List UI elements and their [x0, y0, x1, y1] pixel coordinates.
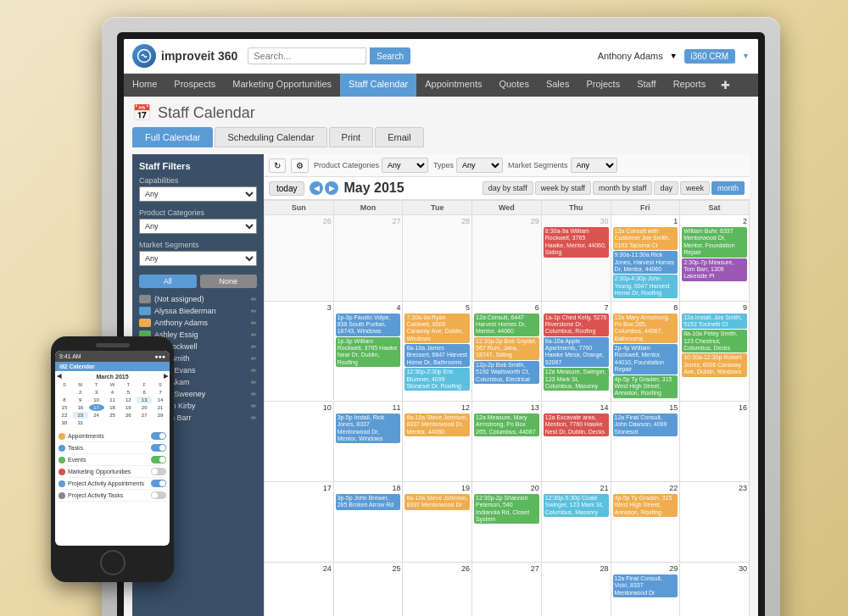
cal-day-23[interactable]: 23 — [680, 481, 750, 562]
cal-event[interactable]: 6a-10a James Bressert, 6847 Harvest Home… — [404, 344, 470, 367]
cal-event[interactable]: 3p-5p John Brewer, 285 Broken Arrow Rd — [336, 494, 401, 510]
nav-marketing[interactable]: Marketing Opportunities — [224, 74, 340, 97]
toggle-switch-tasks[interactable] — [151, 444, 166, 452]
cal-event[interactable]: 12a Final Consult, Vicki, 8337 Mentorwoo… — [613, 574, 678, 597]
staff-edit-icon-anthony[interactable]: ✏ — [251, 319, 257, 327]
cal-event[interactable]: 12a Final Consult, John Dawson, 4099 Sto… — [613, 413, 678, 436]
cal-day-apr30[interactable]: 30 8:30a-9a William Rockwell, 3765 Hawke… — [541, 215, 611, 302]
cal-event[interactable]: 12a Measure, Mary Armstrong, Po Box 265,… — [474, 413, 539, 436]
view-day-by-staff[interactable]: day by staff — [483, 181, 533, 195]
tab-print[interactable]: Print — [329, 127, 374, 147]
calendar-settings-icon[interactable]: ⚙ — [291, 158, 309, 173]
cal-day-apr26[interactable]: 26 — [265, 215, 334, 302]
cal-event[interactable]: 12a Install, Joe Smith, 5152 Tocinetti C… — [682, 314, 747, 330]
cal-day-8[interactable]: 8 12a Mary Armstrong, Po Box 265, Columb… — [611, 301, 680, 401]
cal-event[interactable]: 6a-10a Steve Johnson, 8337 Mentorwood Dr — [404, 494, 470, 510]
cal-day-27[interactable]: 27 — [472, 562, 542, 616]
next-arrow[interactable]: ▶ — [325, 181, 338, 195]
toggle-switch-appointments[interactable] — [151, 432, 166, 440]
staff-edit-icon-dustin[interactable]: ✏ — [251, 402, 257, 410]
market-segments-select[interactable]: Any — [139, 251, 257, 266]
cal-event[interactable]: 12a Mary Armstrong, Po Box 265, Columbus… — [613, 314, 678, 344]
view-month[interactable]: month — [711, 181, 745, 195]
tab-full-calendar[interactable]: Full Calendar — [132, 127, 213, 147]
nav-home[interactable]: Home — [124, 74, 165, 97]
cal-day-5[interactable]: 5 7:30a-9a Ryan Caldwell, 6006 Caraway A… — [403, 301, 472, 401]
cal-day-10[interactable]: 10 — [265, 401, 334, 481]
toggle-switch-project-tasks[interactable] — [151, 491, 166, 499]
cal-day-4[interactable]: 4 1p-3p Fausto Volpe, 838 South Puritan,… — [333, 301, 403, 401]
calendar-refresh-icon[interactable]: ↻ — [269, 158, 286, 173]
cal-event[interactable]: 8a-10a Apple Apartments, 7760 Hawke Mesa… — [544, 337, 609, 368]
cal-event[interactable]: 2p-4p William Rockwell, Mentor, 44010, F… — [613, 344, 678, 375]
nav-reports[interactable]: Reports — [665, 74, 715, 97]
cal-day-apr27[interactable]: 27 — [333, 215, 403, 302]
cal-event[interactable]: 4p-5p Ty Graden, 315 West High Street, A… — [613, 494, 678, 517]
nav-appointments[interactable]: Appointments — [416, 74, 490, 97]
staff-edit-icon-duffy[interactable]: ✏ — [251, 391, 257, 398]
cal-event[interactable]: 8:30a-9a William Rockwell, 3765 Hawke, M… — [544, 227, 609, 258]
cal-event[interactable]: 12p-2p Bob Smith, 5192 Wadsworth Ct, Col… — [474, 361, 539, 384]
mini-cal-next[interactable]: ▶ — [164, 373, 168, 380]
cal-event[interactable]: 4p-5p Ty Graden, 315 West High Street, A… — [613, 375, 678, 398]
tab-scheduling-calendar[interactable]: Scheduling Calendar — [215, 127, 326, 147]
nav-prospects[interactable]: Prospects — [165, 74, 224, 97]
cal-day-14[interactable]: 14 12a Excavate area, Mention, 7760 Hawk… — [541, 401, 611, 481]
view-week[interactable]: week — [680, 181, 710, 195]
cal-day-21[interactable]: 21 12:30p-5:30p Coate Swinger, 123 Mark … — [541, 481, 611, 562]
nav-quotes[interactable]: Quotes — [490, 74, 537, 97]
cal-event[interactable]: 12:30p-2:30p Eric Blumner, 4099 Stoneset… — [404, 368, 470, 391]
cal-day-3[interactable]: 3 — [265, 301, 334, 401]
cal-day-18[interactable]: 18 3p-5p John Brewer, 285 Broken Arrow R… — [333, 481, 403, 562]
cal-day-26[interactable]: 26 — [403, 562, 472, 616]
cal-day-12[interactable]: 12 6a-10a Steve Johnson, 8337 Mentorwood… — [403, 401, 472, 481]
cal-day-24[interactable]: 24 — [265, 562, 334, 616]
cal-day-9[interactable]: 9 12a Install, Joe Smith, 5152 Tocinetti… — [680, 301, 750, 401]
cal-event[interactable]: 12a Measure, Swinger, 123 Mark St, Colum… — [544, 368, 609, 391]
cal-day-17[interactable]: 17 — [265, 481, 334, 562]
market-segments-filter-select[interactable]: Any — [571, 158, 617, 173]
toggle-switch-project-appts[interactable] — [151, 480, 166, 487]
staff-edit-icon-bob[interactable]: ✏ — [251, 355, 257, 363]
cal-event[interactable]: 8a-10a Petey Smith, 123 Chestnut, Columb… — [682, 330, 747, 352]
cal-day-7[interactable]: 7 1a-1p Ched Kelly, 5276 Riverstone Dr, … — [541, 301, 611, 401]
cal-day-25[interactable]: 25 — [333, 562, 403, 616]
cal-event[interactable]: 3p-5p Install, Rick Jones, 8337 Mentorwo… — [336, 413, 401, 444]
cal-day-13[interactable]: 13 12a Measure, Mary Armstrong, Po Box 2… — [472, 401, 542, 481]
cal-event[interactable]: 12:30p-2p Bob Snyder, 567 Rum, Jaha, 187… — [474, 337, 539, 360]
cal-event[interactable]: 12a Consult, 6447 Harvest Homes Dr, Ment… — [474, 314, 539, 336]
view-month-by-staff[interactable]: month by staff — [593, 181, 652, 195]
cal-day-20[interactable]: 20 12:30p-2p Shannon Peterson, 540 India… — [472, 481, 542, 562]
cal-day-28[interactable]: 28 — [541, 562, 611, 616]
staff-edit-icon-bill[interactable]: ✏ — [251, 343, 257, 351]
staff-edit-icon-jason[interactable]: ✏ — [251, 414, 257, 422]
cal-day-6[interactable]: 6 12a Consult, 6447 Harvest Homes Dr, Me… — [472, 301, 542, 401]
view-day[interactable]: day — [654, 181, 678, 195]
cal-event[interactable]: 6a-10a Steve Johnson, 8337 Mentorwood Dr… — [404, 413, 470, 436]
types-filter-select[interactable]: Any — [456, 158, 503, 173]
cal-day-may1[interactable]: 1 12a Consult with Customer Joe Smith, 0… — [611, 215, 680, 302]
cal-day-16[interactable]: 16 — [680, 401, 750, 481]
search-button[interactable]: Search — [370, 47, 410, 64]
crm-button[interactable]: i360 CRM — [684, 49, 735, 64]
cal-event[interactable]: 9:30a-11:30a Rick Jones, Harvest Homes D… — [613, 251, 678, 274]
none-button[interactable]: None — [200, 275, 258, 288]
today-button[interactable]: today — [269, 181, 304, 196]
cal-event[interactable]: 2:30p-4:30p John Young, 6847 Harvest Hom… — [613, 275, 678, 297]
user-dropdown-icon[interactable]: ▼ — [670, 52, 678, 60]
cal-event[interactable]: 12:30p-5:30p Coate Swinger, 123 Mark St,… — [544, 494, 609, 517]
cal-event[interactable]: 10:30a-12:30p Robert Jones, 6006 Caraway… — [682, 353, 747, 376]
cal-event[interactable]: 12a Consult with Customer Joe Smith, 018… — [613, 227, 678, 250]
tab-email[interactable]: Email — [375, 127, 424, 147]
cal-event[interactable]: William Buhr, 6337 Mentorwood Dr, Mentor… — [682, 227, 747, 258]
crm-dropdown-icon[interactable]: ▼ — [742, 52, 750, 60]
cal-day-apr28[interactable]: 28 — [403, 215, 472, 302]
cal-event[interactable]: 1p-3p Fausto Volpe, 838 South Puritan, 1… — [336, 314, 401, 336]
cal-day-apr29[interactable]: 29 — [472, 215, 542, 302]
staff-edit-icon-ashley[interactable]: ✏ — [251, 331, 257, 339]
nav-staff[interactable]: Staff — [628, 74, 664, 97]
staff-edit-icon-chris[interactable]: ✏ — [251, 367, 257, 375]
cal-event[interactable]: 12a Excavate area, Mention, 7760 Hawke N… — [544, 413, 609, 436]
prev-arrow[interactable]: ◀ — [310, 181, 323, 195]
nav-sales[interactable]: Sales — [538, 74, 578, 97]
